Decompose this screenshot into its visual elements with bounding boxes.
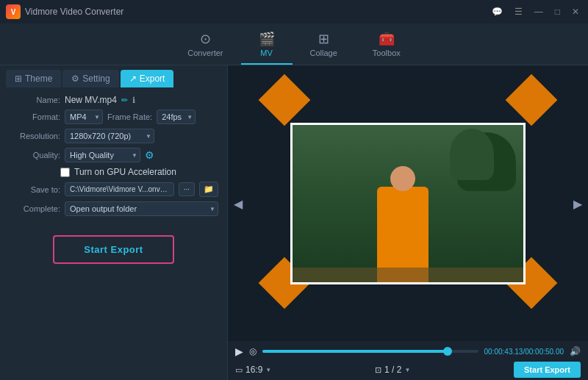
progress-bar[interactable] [262,350,478,353]
maximize-btn[interactable]: □ [552,7,563,17]
ratio-value: 16:9 [245,365,262,375]
person-head [390,166,415,191]
start-export-small-button[interactable]: Start Export [514,362,581,378]
collage-icon: ⊞ [318,31,329,47]
snapshot-button[interactable]: ◎ [249,346,257,356]
close-btn[interactable]: ✕ [569,7,582,17]
time-current: 00:00:43.13 [484,348,523,356]
tree-2 [450,129,494,180]
save-to-row: Save to: C:\Vidmore\Vidmore V...onverter… [9,182,218,197]
sub-tab-setting[interactable]: ⚙ Setting [62,70,118,87]
left-panel: ⊞ Theme ⚙ Setting ↗ Export Name: New MV.… [0,65,228,380]
chat-icon[interactable]: 💬 [489,7,506,17]
setting-sub-icon: ⚙ [71,74,79,84]
titlebar-left: V Vidmore Video Converter [6,4,123,19]
page-arrow[interactable]: ▼ [404,367,410,373]
volume-icon[interactable]: 🔊 [570,346,581,356]
format-select[interactable]: MP4 MOV AVI [65,110,103,124]
setting-sub-label: Setting [82,74,110,84]
tab-toolbox[interactable]: 🧰 Toolbox [355,28,418,65]
resolution-select[interactable]: 1280x720 (720p) 1920x1080 (1080p) [65,129,154,143]
gpu-checkbox[interactable] [60,168,70,177]
frame-rate-label: Frame Rate: [107,112,152,121]
quality-select[interactable]: High Quality Medium Quality [65,148,140,162]
page-select-wrap: ⊡ 1 / 2 ▼ [375,365,410,375]
menu-icon[interactable]: ☰ [512,7,526,17]
export-form: Name: New MV.mp4 ✏ ℹ Format: MP4 MOV AVI… [0,87,227,223]
more-btn[interactable]: ··· [179,182,195,196]
tab-converter-label: Converter [187,49,223,57]
progress-row: ▶ ◎ 00:00:43.13/00:00:50.00 🔊 [235,345,581,357]
resolution-label: Resolution: [9,132,60,140]
main-content: ⊞ Theme ⚙ Setting ↗ Export Name: New MV.… [0,65,588,380]
converter-icon: ⊙ [200,31,211,47]
start-export-button[interactable]: Start Export [53,235,173,264]
tab-toolbox-label: Toolbox [373,49,401,57]
minimize-btn[interactable]: — [531,7,546,17]
complete-label: Complete: [9,204,60,213]
info-icon[interactable]: ℹ [132,96,135,105]
tab-converter[interactable]: ⊙ Converter [170,28,240,65]
titlebar: V Vidmore Video Converter 💬 ☰ — □ ✕ [0,0,588,24]
railing [293,268,523,282]
format-select-wrap: MP4 MOV AVI [65,110,103,124]
quality-select-wrap: High Quality Medium Quality [65,148,140,162]
tab-collage-label: Collage [310,49,337,57]
toolbox-icon: 🧰 [379,31,395,47]
corner-decoration-tl [259,74,311,126]
resolution-select-wrap: 1280x720 (720p) 1920x1080 (1080p) [65,129,154,143]
gpu-row: Turn on GPU Acceleration [9,167,218,177]
folder-btn[interactable]: 📁 [199,182,218,197]
complete-row: Complete: Open output folder Do nothing [9,201,218,216]
name-value: New MV.mp4 [65,95,117,105]
titlebar-controls: 💬 ☰ — □ ✕ [489,7,582,17]
ratio-arrow[interactable]: ▼ [265,367,271,373]
save-path: C:\Vidmore\Vidmore V...onverter\MV Expor… [65,182,174,196]
name-edit-icon[interactable]: ✏ [121,96,128,105]
page-value: 1 / 2 [384,365,401,375]
play-button[interactable]: ▶ [235,345,243,357]
tab-mv[interactable]: 🎬 MV [241,28,293,65]
name-label: Name: [9,96,60,104]
progress-thumb [443,347,452,356]
nav-tabs: ⊙ Converter 🎬 MV ⊞ Collage 🧰 Toolbox [0,24,588,65]
progress-fill [262,350,448,353]
app-icon: V [6,4,21,19]
save-to-label: Save to: [9,185,60,194]
mv-icon: 🎬 [259,31,275,47]
video-placeholder [293,125,523,282]
tab-mv-label: MV [260,49,273,57]
quality-gear-icon[interactable]: ⚙ [145,149,154,161]
resolution-row: Resolution: 1280x720 (720p) 1920x1080 (1… [9,129,218,143]
fps-select-wrap: 24fps 30fps 60fps [157,110,196,124]
quality-row: Quality: High Quality Medium Quality ⚙ [9,148,218,162]
sub-tab-export[interactable]: ↗ Export [121,70,174,87]
ratio-select-wrap: ▭ 16:9 ▼ [235,365,271,375]
app-title: Vidmore Video Converter [25,7,123,17]
time-display: 00:00:43.13/00:00:50.00 [484,348,564,356]
format-label: Format: [9,112,60,121]
quality-label: Quality: [9,151,60,159]
complete-select[interactable]: Open output folder Do nothing [65,201,218,216]
preview-video [290,123,526,284]
gpu-label: Turn on GPU Acceleration [74,167,176,177]
fps-select[interactable]: 24fps 30fps 60fps [157,110,196,124]
complete-select-wrap: Open output folder Do nothing [65,201,218,216]
ratio-icon: ▭ [235,365,243,375]
right-panel: ◀ ▶ [228,65,588,380]
preview-area: ◀ ▶ [228,65,588,341]
controls-row2: ▭ 16:9 ▼ ⊡ 1 / 2 ▼ Start Export [235,362,581,378]
preview-left-arrow[interactable]: ◀ [234,196,243,210]
sub-tab-theme[interactable]: ⊞ Theme [6,70,61,87]
theme-sub-icon: ⊞ [15,74,22,84]
export-sub-label: Export [140,74,165,84]
sub-tabs: ⊞ Theme ⚙ Setting ↗ Export [0,65,227,87]
theme-sub-label: Theme [25,74,52,84]
time-total: 00:00:50.00 [525,348,564,356]
preview-right-arrow[interactable]: ▶ [573,196,582,210]
export-sub-icon: ↗ [129,74,137,84]
format-row: Format: MP4 MOV AVI Frame Rate: 24fps 30… [9,110,218,124]
player-controls: ▶ ◎ 00:00:43.13/00:00:50.00 🔊 ▭ 16:9 ▼ [228,341,588,380]
tab-collage[interactable]: ⊞ Collage [293,28,355,65]
name-row: Name: New MV.mp4 ✏ ℹ [9,95,218,105]
